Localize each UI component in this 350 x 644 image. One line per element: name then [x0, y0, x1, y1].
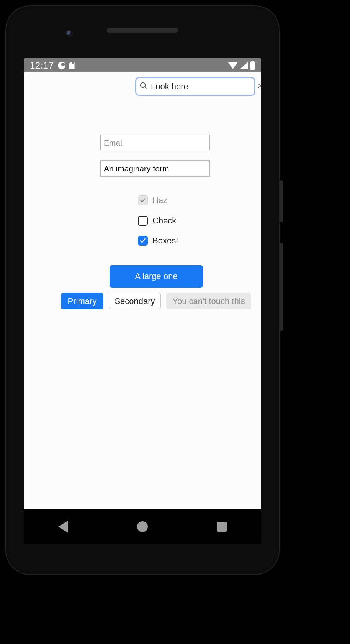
checkbox-box-checked[interactable] [138, 236, 148, 246]
secondary-button[interactable]: Secondary [109, 293, 161, 309]
notification-icon [58, 62, 65, 69]
checkbox-label: Haz [152, 196, 167, 205]
svg-point-0 [141, 82, 146, 87]
checkbox-label: Check [152, 216, 176, 226]
disabled-button: You can't touch this [166, 293, 251, 309]
large-button[interactable]: A large one [110, 265, 203, 288]
wifi-icon [228, 62, 238, 69]
nav-home-icon[interactable] [137, 521, 148, 532]
front-camera [66, 30, 73, 37]
device-frame: 12:17 [5, 5, 280, 575]
svg-line-1 [145, 87, 147, 89]
nav-recent-icon[interactable] [217, 522, 227, 532]
device-inner: 12:17 [9, 9, 276, 571]
checkbox-boxes[interactable]: Boxes! [138, 236, 178, 246]
status-bar: 12:17 [24, 58, 261, 73]
clear-icon[interactable] [257, 82, 261, 91]
app-screen: Haz Check Boxes! A large one Primary Sec… [24, 72, 261, 509]
search-input[interactable] [148, 81, 257, 92]
nav-bar [24, 509, 261, 544]
speaker-grill [107, 28, 178, 33]
email-field[interactable] [100, 135, 210, 151]
clock: 12:17 [30, 60, 54, 71]
checkbox-check[interactable]: Check [138, 216, 176, 226]
checkbox-haz: Haz [138, 196, 167, 205]
checkbox-box-empty[interactable] [138, 216, 148, 226]
checkbox-label: Boxes! [152, 236, 178, 246]
primary-button[interactable]: Primary [61, 293, 103, 309]
signal-icon [240, 62, 248, 69]
earpiece [66, 22, 219, 38]
checkbox-box-disabled [138, 196, 148, 205]
search-icon [139, 82, 148, 92]
nav-back-icon[interactable] [58, 521, 68, 533]
battery-icon [250, 62, 255, 70]
description-field[interactable] [100, 160, 210, 177]
sd-card-icon [69, 62, 75, 69]
search-field-wrap [135, 77, 255, 96]
volume-button[interactable] [279, 243, 283, 331]
power-button[interactable] [279, 180, 283, 222]
